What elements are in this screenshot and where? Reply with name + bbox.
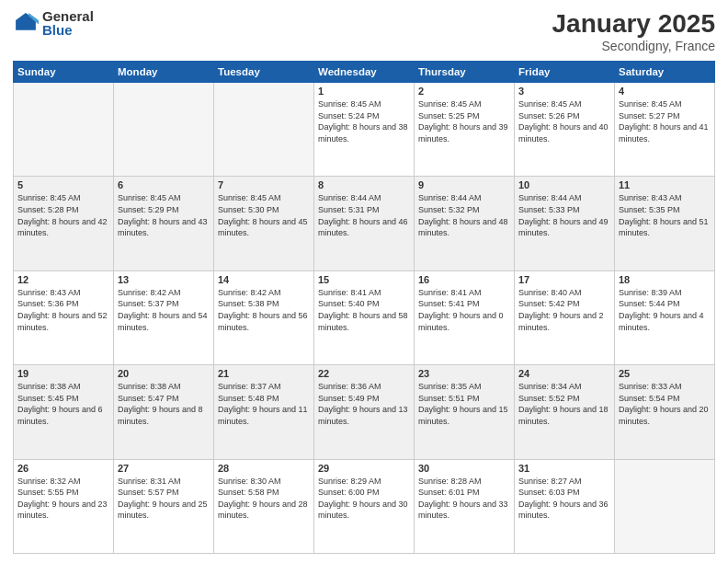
day-number: 14 (218, 274, 310, 285)
day-number: 23 (418, 368, 510, 379)
day-info: Sunrise: 8:45 AMSunset: 5:26 PMDaylight:… (518, 98, 610, 144)
day-number: 19 (17, 368, 109, 379)
day-cell: 15Sunrise: 8:41 AMSunset: 5:40 PMDayligh… (314, 270, 415, 364)
day-info: Sunrise: 8:28 AMSunset: 6:01 PMDaylight:… (418, 476, 510, 522)
day-number: 29 (318, 463, 410, 474)
calendar-header-row: Sunday Monday Tuesday Wednesday Thursday… (14, 62, 715, 83)
day-number: 21 (218, 368, 310, 379)
day-number: 18 (619, 274, 711, 285)
week-row-5: 26Sunrise: 8:32 AMSunset: 5:55 PMDayligh… (14, 459, 715, 553)
day-number: 5 (17, 179, 109, 190)
day-number: 3 (518, 86, 610, 97)
day-number: 28 (218, 463, 310, 474)
day-cell: 18Sunrise: 8:39 AMSunset: 5:44 PMDayligh… (615, 270, 715, 364)
day-number: 13 (118, 274, 210, 285)
svg-marker-0 (16, 13, 36, 30)
week-row-4: 19Sunrise: 8:38 AMSunset: 5:45 PMDayligh… (14, 365, 715, 459)
day-number: 7 (218, 179, 310, 190)
day-cell: 16Sunrise: 8:41 AMSunset: 5:41 PMDayligh… (415, 270, 515, 364)
logo-general-text: General (42, 9, 94, 23)
day-number: 31 (518, 463, 610, 474)
day-number: 9 (418, 179, 510, 190)
day-info: Sunrise: 8:33 AMSunset: 5:54 PMDaylight:… (619, 381, 711, 427)
header: General Blue January 2025 Secondigny, Fr… (13, 9, 715, 53)
day-cell: 8Sunrise: 8:44 AMSunset: 5:31 PMDaylight… (314, 177, 415, 270)
day-cell: 12Sunrise: 8:43 AMSunset: 5:36 PMDayligh… (14, 270, 114, 364)
logo: General Blue (13, 9, 94, 37)
col-friday: Friday (515, 62, 615, 83)
day-info: Sunrise: 8:29 AMSunset: 6:00 PMDaylight:… (318, 476, 410, 522)
day-info: Sunrise: 8:45 AMSunset: 5:29 PMDaylight:… (118, 192, 210, 238)
day-info: Sunrise: 8:43 AMSunset: 5:35 PMDaylight:… (619, 192, 711, 238)
day-cell: 20Sunrise: 8:38 AMSunset: 5:47 PMDayligh… (114, 365, 214, 459)
week-row-2: 5Sunrise: 8:45 AMSunset: 5:28 PMDaylight… (14, 177, 715, 270)
day-number: 24 (518, 368, 610, 379)
day-info: Sunrise: 8:31 AMSunset: 5:57 PMDaylight:… (118, 476, 210, 522)
day-cell: 14Sunrise: 8:42 AMSunset: 5:38 PMDayligh… (214, 270, 314, 364)
day-info: Sunrise: 8:40 AMSunset: 5:42 PMDaylight:… (518, 287, 610, 333)
day-cell: 4Sunrise: 8:45 AMSunset: 5:27 PMDaylight… (615, 83, 715, 177)
day-cell: 9Sunrise: 8:44 AMSunset: 5:32 PMDaylight… (415, 177, 515, 270)
day-info: Sunrise: 8:38 AMSunset: 5:47 PMDaylight:… (118, 381, 210, 427)
day-number: 22 (318, 368, 410, 379)
day-cell: 23Sunrise: 8:35 AMSunset: 5:51 PMDayligh… (415, 365, 515, 459)
day-cell: 25Sunrise: 8:33 AMSunset: 5:54 PMDayligh… (615, 365, 715, 459)
day-info: Sunrise: 8:44 AMSunset: 5:31 PMDaylight:… (318, 192, 410, 238)
week-row-1: 1Sunrise: 8:45 AMSunset: 5:24 PMDaylight… (14, 83, 715, 177)
day-number: 20 (118, 368, 210, 379)
day-info: Sunrise: 8:30 AMSunset: 5:58 PMDaylight:… (218, 476, 310, 522)
day-number: 30 (418, 463, 510, 474)
day-number: 2 (418, 86, 510, 97)
day-cell: 11Sunrise: 8:43 AMSunset: 5:35 PMDayligh… (615, 177, 715, 270)
day-info: Sunrise: 8:45 AMSunset: 5:30 PMDaylight:… (218, 192, 310, 238)
logo-text: General Blue (42, 9, 94, 37)
day-cell: 21Sunrise: 8:37 AMSunset: 5:48 PMDayligh… (214, 365, 314, 459)
day-number: 1 (318, 86, 410, 97)
day-number: 4 (619, 86, 711, 97)
col-thursday: Thursday (415, 62, 515, 83)
day-cell: 24Sunrise: 8:34 AMSunset: 5:52 PMDayligh… (515, 365, 615, 459)
day-info: Sunrise: 8:41 AMSunset: 5:40 PMDaylight:… (318, 287, 410, 333)
day-cell: 7Sunrise: 8:45 AMSunset: 5:30 PMDaylight… (214, 177, 314, 270)
logo-blue-text: Blue (42, 23, 94, 37)
day-info: Sunrise: 8:32 AMSunset: 5:55 PMDaylight:… (17, 476, 109, 522)
day-cell (14, 83, 114, 177)
day-number: 8 (318, 179, 410, 190)
day-cell: 28Sunrise: 8:30 AMSunset: 5:58 PMDayligh… (214, 459, 314, 553)
col-sunday: Sunday (14, 62, 114, 83)
day-number: 11 (619, 179, 711, 190)
week-row-3: 12Sunrise: 8:43 AMSunset: 5:36 PMDayligh… (14, 270, 715, 364)
day-info: Sunrise: 8:45 AMSunset: 5:27 PMDaylight:… (619, 98, 711, 144)
day-info: Sunrise: 8:45 AMSunset: 5:24 PMDaylight:… (318, 98, 410, 144)
day-cell: 26Sunrise: 8:32 AMSunset: 5:55 PMDayligh… (14, 459, 114, 553)
day-info: Sunrise: 8:44 AMSunset: 5:32 PMDaylight:… (418, 192, 510, 238)
day-info: Sunrise: 8:38 AMSunset: 5:45 PMDaylight:… (17, 381, 109, 427)
day-number: 12 (17, 274, 109, 285)
day-cell: 31Sunrise: 8:27 AMSunset: 6:03 PMDayligh… (515, 459, 615, 553)
day-cell (114, 83, 214, 177)
day-number: 25 (619, 368, 711, 379)
day-info: Sunrise: 8:37 AMSunset: 5:48 PMDaylight:… (218, 381, 310, 427)
day-number: 26 (17, 463, 109, 474)
day-number: 16 (418, 274, 510, 285)
day-cell: 17Sunrise: 8:40 AMSunset: 5:42 PMDayligh… (515, 270, 615, 364)
day-number: 27 (118, 463, 210, 474)
col-tuesday: Tuesday (214, 62, 314, 83)
subtitle: Secondigny, France (552, 39, 715, 53)
day-cell: 27Sunrise: 8:31 AMSunset: 5:57 PMDayligh… (114, 459, 214, 553)
day-cell: 5Sunrise: 8:45 AMSunset: 5:28 PMDaylight… (14, 177, 114, 270)
day-cell (615, 459, 715, 553)
col-saturday: Saturday (615, 62, 715, 83)
day-cell (214, 83, 314, 177)
col-wednesday: Wednesday (314, 62, 415, 83)
day-number: 17 (518, 274, 610, 285)
title-block: January 2025 Secondigny, France (552, 9, 715, 53)
day-info: Sunrise: 8:27 AMSunset: 6:03 PMDaylight:… (518, 476, 610, 522)
logo-icon (13, 10, 39, 36)
day-number: 10 (518, 179, 610, 190)
col-monday: Monday (114, 62, 214, 83)
day-cell: 19Sunrise: 8:38 AMSunset: 5:45 PMDayligh… (14, 365, 114, 459)
day-info: Sunrise: 8:41 AMSunset: 5:41 PMDaylight:… (418, 287, 510, 333)
day-info: Sunrise: 8:44 AMSunset: 5:33 PMDaylight:… (518, 192, 610, 238)
day-info: Sunrise: 8:36 AMSunset: 5:49 PMDaylight:… (318, 381, 410, 427)
